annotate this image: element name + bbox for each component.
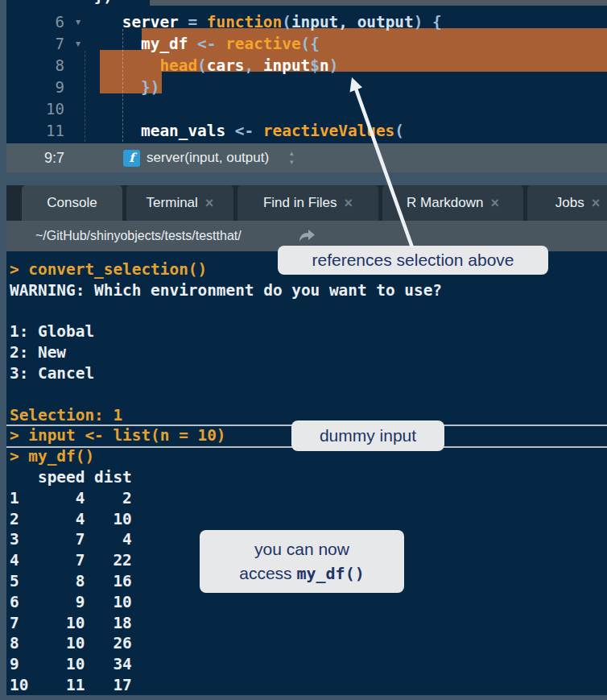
console-line: WARNING: Which environment do you want t… — [10, 280, 607, 301]
code-line: mean_vals <- reactiveValues( — [85, 120, 404, 142]
gutter-line-number: 8 — [6, 55, 64, 77]
gutter-line-number: 10 — [6, 98, 64, 120]
tab-jobs[interactable]: Jobs× — [527, 185, 607, 221]
fold-toggle-icon[interactable]: ▾ — [71, 11, 85, 33]
rstudio-window: }) 6▾ server = function(input, output) {… — [0, 0, 607, 700]
clipped-code-line: }) — [85, 0, 149, 6]
console-line: 1: Global — [10, 321, 607, 342]
gutter-line-number: 11 — [6, 120, 64, 142]
annotation-text: references selection above — [312, 250, 514, 271]
console-line: 9 10 34 — [10, 654, 607, 675]
editor-line: 8 head(cars, input$n) — [6, 55, 607, 77]
console-line: 2: New — [10, 342, 607, 363]
editor-statusbar: 9:7 f server(input, output) ▴ ▾ — [6, 143, 607, 172]
editor-line: 10 — [6, 98, 607, 120]
editor-line: 6▾ server = function(input, output) { — [6, 11, 607, 33]
function-icon: f — [123, 150, 140, 167]
console-line: 6 9 10 — [10, 592, 607, 613]
editor-pane[interactable]: }) 6▾ server = function(input, output) {… — [6, 0, 607, 172]
tab-terminal[interactable]: Terminal× — [126, 185, 233, 221]
editor-toolbar-edge — [150, 0, 607, 6]
tab-label: R Markdown — [407, 195, 483, 211]
code-line: }) — [85, 77, 159, 98]
console-line — [10, 301, 607, 322]
gutter-line-number: 6 — [6, 11, 64, 33]
tab-label: Console — [47, 195, 97, 211]
close-icon[interactable]: × — [592, 195, 601, 212]
goto-directory-icon[interactable] — [298, 230, 316, 246]
cursor-position: 9:7 — [13, 143, 64, 172]
console-line: 3: Cancel — [10, 363, 607, 384]
console-output: > convert_selection()WARNING: Which envi… — [10, 259, 607, 695]
working-directory-path: ~/GitHub/shinyobjects/tests/testthat/ — [35, 221, 242, 251]
annotation-access-mydf: you can now access my_df() — [200, 530, 404, 593]
annotation-references-selection: references selection above — [278, 246, 548, 275]
console-line: 10 11 17 — [10, 675, 607, 695]
editor-line: 7▾ my_df <- reactive({ — [6, 33, 607, 55]
tab-label: Find in Files — [263, 195, 337, 211]
down-triangle-icon: ▾ — [290, 158, 294, 167]
console-pane[interactable]: > convert_selection()WARNING: Which envi… — [6, 251, 607, 695]
editor-line: 9 }) — [6, 77, 607, 98]
console-line: 1 4 2 — [10, 488, 607, 509]
up-triangle-icon: ▴ — [290, 149, 294, 158]
tab-r-markdown[interactable]: R Markdown× — [382, 185, 523, 221]
code-line: head(cars, input$n) — [85, 55, 338, 77]
annotation-text: access my_df() — [239, 561, 365, 586]
console-line: speed dist — [10, 467, 607, 488]
editor-line: 11 mean_vals <- reactiveValues( — [6, 120, 607, 142]
console-line: 7 10 18 — [10, 613, 607, 634]
inline-code: my_df() — [296, 564, 364, 583]
tab-label: Jobs — [555, 195, 584, 211]
annotation-text: dummy input — [320, 425, 416, 446]
fold-toggle-icon[interactable]: ▾ — [71, 33, 85, 55]
console-tab-bar: ConsoleTerminal×Find in Files×R Markdown… — [6, 185, 607, 221]
console-line — [10, 384, 607, 405]
annotation-dummy-input: dummy input — [291, 420, 444, 451]
tab-console[interactable]: Console — [22, 185, 122, 221]
gutter-line-number: 7 — [6, 33, 64, 55]
tab-find-in-files[interactable]: Find in Files× — [237, 185, 378, 221]
console-line: 8 10 26 — [10, 633, 607, 654]
annotation-text: you can now — [254, 537, 349, 561]
close-icon[interactable]: × — [205, 195, 214, 212]
code-line: my_df <- reactive({ — [85, 33, 320, 55]
scope-updown-icon[interactable]: ▴ ▾ — [290, 149, 294, 167]
console-line: 2 4 10 — [10, 509, 607, 530]
gutter-line-number: 9 — [6, 77, 64, 98]
code-line: server = function(input, output) { — [85, 11, 442, 33]
close-icon[interactable]: × — [345, 195, 353, 212]
function-scope-selector[interactable]: server(input, output) — [147, 143, 269, 172]
close-icon[interactable]: × — [490, 195, 499, 212]
tab-label: Terminal — [147, 195, 198, 211]
